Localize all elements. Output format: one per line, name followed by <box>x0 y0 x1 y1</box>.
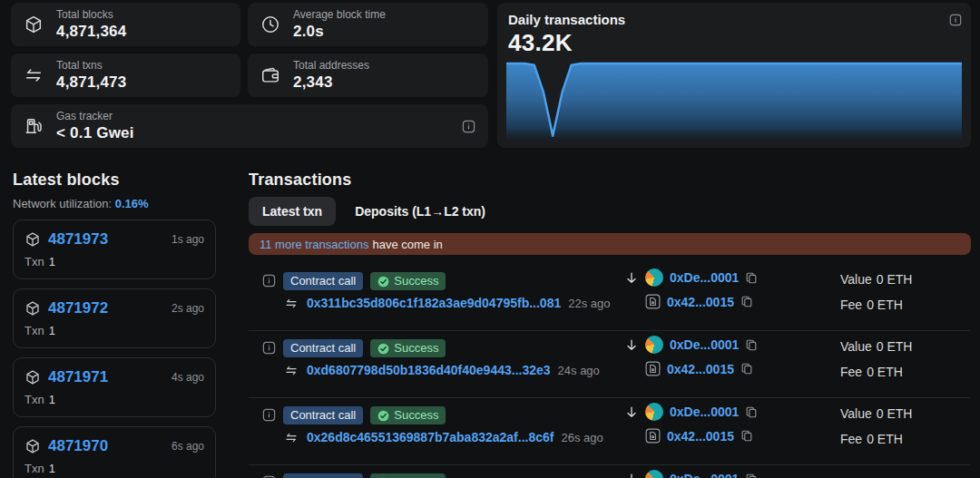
tx-status-badge: Success <box>370 272 446 290</box>
cube-icon <box>24 15 45 34</box>
block-age: 2s ago <box>172 302 204 315</box>
transfer-icon <box>24 65 45 85</box>
tx-type-badge: Contract call <box>283 406 363 424</box>
tx-value: Value0 ETH <box>840 272 916 288</box>
to-address-link[interactable]: 0x42...0015 <box>667 429 734 444</box>
from-address-avatar <box>645 336 663 354</box>
block-txn-count: Txn1 <box>24 393 204 406</box>
daily-transactions-card: Daily transactions 43.2K <box>497 3 971 148</box>
contract-icon <box>645 361 661 376</box>
block-age: 1s ago <box>172 233 204 246</box>
check-circle-icon <box>377 410 389 422</box>
from-address-avatar <box>645 268 663 287</box>
block-txn-count: Txn1 <box>24 255 204 268</box>
stat-card-total-txns: Total txns 4,871,473 <box>11 54 240 97</box>
latest-blocks-title: Latest blocks <box>13 171 216 190</box>
network-utilization: Network utilization: 0.16% <box>13 197 216 210</box>
stats-grid: Total blocks 4,871,364 Average block tim… <box>11 3 488 148</box>
stat-label: Gas tracker <box>56 110 451 123</box>
block-number-link[interactable]: 4871972 <box>48 299 108 317</box>
tx-value: Value0 ETH <box>840 339 916 355</box>
block-age: 4s ago <box>172 371 204 384</box>
block-card: 4871972 2s ago Txn1 <box>13 288 216 348</box>
tx-value: Value0 ETH <box>840 406 916 422</box>
tx-fee: Fee0 ETH <box>840 365 916 380</box>
info-icon[interactable] <box>262 408 276 444</box>
transactions-title: Transactions <box>249 171 971 190</box>
block-number-link[interactable]: 4871973 <box>48 230 108 249</box>
transactions-tabs: Latest txn Deposits (L1→L2 txn) <box>249 197 971 226</box>
blockscout-dashboard: Total blocks 4,871,364 Average block tim… <box>0 0 980 478</box>
from-address-link[interactable]: 0xDe...0001 <box>670 405 739 419</box>
stat-value: 4,871,473 <box>56 73 228 92</box>
tx-age: 26s ago <box>561 431 603 444</box>
from-address-avatar <box>645 470 663 478</box>
tx-hash-link[interactable]: 0x26d8c46551369887b7aba832a2af...8c6f <box>307 430 554 444</box>
cube-icon <box>24 300 41 317</box>
network-utilization-label: Network utilization: <box>13 197 112 210</box>
stat-card-gas-tracker: Gas tracker < 0.1 Gwei <box>11 104 488 148</box>
check-circle-icon <box>377 343 389 355</box>
transfer-icon <box>283 364 299 377</box>
check-circle-icon <box>377 276 389 288</box>
transactions-section: Transactions Latest txn Deposits (L1→L2 … <box>249 171 971 478</box>
copy-icon[interactable] <box>740 295 753 308</box>
block-card: 4871970 6s ago Txn1 <box>13 426 216 478</box>
from-address-link[interactable]: 0xDe...0001 <box>670 270 739 285</box>
transaction-row: Contract call Success 0xd6807798d50b1836… <box>249 331 971 398</box>
info-icon[interactable] <box>949 14 962 26</box>
from-address-link[interactable]: 0xDe...0001 <box>670 337 739 352</box>
transfer-icon <box>283 297 299 310</box>
tx-type-badge: Contract call <box>283 473 363 478</box>
transaction-row: Contract call Success <box>249 465 971 478</box>
copy-icon[interactable] <box>745 338 758 352</box>
arrow-down-icon <box>624 405 639 420</box>
contract-icon <box>645 428 661 444</box>
wallet-icon <box>260 65 282 85</box>
tx-hash-link[interactable]: 0x311bc35d806c1f182a3ae9d04795fb...081 <box>307 296 561 310</box>
stat-label: Total addresses <box>293 59 475 73</box>
info-icon[interactable] <box>462 120 475 133</box>
to-address-link[interactable]: 0x42...0015 <box>667 295 734 309</box>
copy-icon[interactable] <box>745 473 758 478</box>
info-icon[interactable] <box>262 341 276 377</box>
stat-label: Total blocks <box>56 8 228 22</box>
tab-deposits[interactable]: Deposits (L1→L2 txn) <box>341 197 499 226</box>
stat-value: 2.0s <box>293 22 475 41</box>
stat-label: Total txns <box>56 59 228 73</box>
gas-pump-icon <box>24 116 45 136</box>
block-txn-count: Txn1 <box>24 462 204 475</box>
to-address-link[interactable]: 0x42...0015 <box>667 362 734 376</box>
new-transactions-link[interactable]: 11 more transactions <box>260 238 368 251</box>
copy-icon[interactable] <box>740 429 753 443</box>
from-address-link[interactable]: 0xDe...0001 <box>670 472 739 478</box>
copy-icon[interactable] <box>740 362 753 376</box>
stat-value: 4,871,364 <box>56 22 228 41</box>
tx-age: 22s ago <box>568 297 610 310</box>
chart-area <box>506 63 962 144</box>
stat-value: 2,343 <box>293 73 475 92</box>
tx-hash-link[interactable]: 0xd6807798d50b1836d40f40e9443...32e3 <box>307 363 551 377</box>
stat-card-average-block-time: Average block time 2.0s <box>248 3 488 46</box>
stat-card-total-blocks: Total blocks 4,871,364 <box>11 3 240 46</box>
transaction-row: Contract call Success 0x26d8c46551369887… <box>249 398 971 465</box>
tx-age: 24s ago <box>558 364 600 377</box>
tx-status-badge: Success <box>370 406 446 424</box>
info-icon[interactable] <box>262 274 276 310</box>
latest-blocks-section: Latest blocks Network utilization: 0.16%… <box>13 171 216 478</box>
block-card: 4871971 4s ago Txn1 <box>13 357 216 417</box>
block-number-link[interactable]: 4871970 <box>48 437 108 455</box>
tx-type-badge: Contract call <box>283 339 363 357</box>
stat-label: Average block time <box>293 8 475 22</box>
transaction-row: Contract call Success 0x311bc35d806c1f18… <box>249 264 971 331</box>
new-transactions-alert: 11 more transactions have come in <box>249 233 971 255</box>
tab-latest-txn[interactable]: Latest txn <box>249 197 336 226</box>
chart-current-value: 43.2K <box>508 29 962 57</box>
copy-icon[interactable] <box>745 271 758 285</box>
block-number-link[interactable]: 4871971 <box>48 368 108 386</box>
copy-icon[interactable] <box>745 405 758 419</box>
arrow-down-icon <box>624 270 639 286</box>
from-address-avatar <box>645 403 663 421</box>
transfer-icon <box>283 431 299 444</box>
contract-icon <box>645 294 661 309</box>
